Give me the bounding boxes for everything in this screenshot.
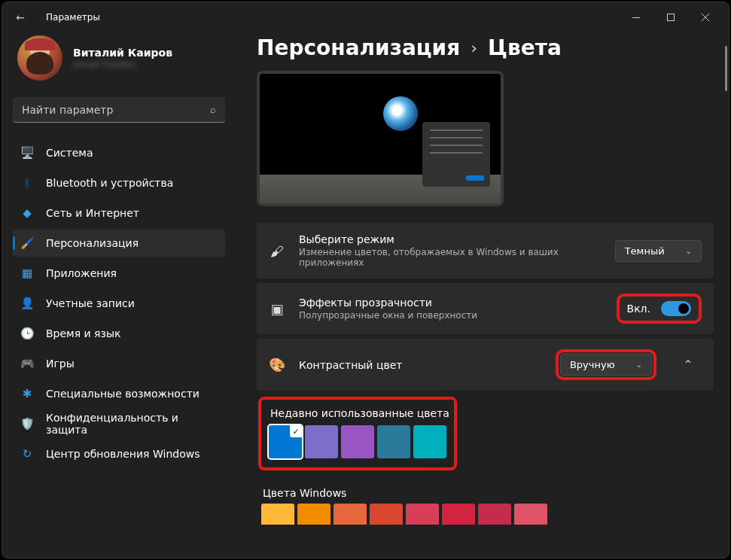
window-title: Параметры — [46, 12, 100, 23]
page-title: Цвета — [488, 35, 562, 60]
nav-icon: ◆ — [20, 206, 34, 220]
windows-colors-label: Цвета Windows — [263, 487, 714, 499]
nav-icon: 👤 — [20, 297, 34, 310]
windows-color-swatch[interactable] — [406, 504, 439, 525]
svg-rect-0 — [632, 17, 640, 18]
transparency-toggle-highlight: Вкл. — [617, 294, 702, 324]
transparency-toggle[interactable] — [661, 301, 691, 316]
nav-icon: ✱ — [20, 387, 34, 400]
avatar — [17, 35, 62, 81]
windows-color-swatch[interactable] — [334, 504, 367, 525]
scrollbar[interactable] — [725, 46, 727, 91]
recent-colors-highlight: Недавно использованные цвета — [258, 397, 457, 470]
close-button[interactable] — [688, 5, 723, 29]
accent-dropdown[interactable]: Вручную ⌄ — [560, 354, 652, 376]
minimize-button[interactable] — [619, 5, 653, 29]
nav-item-7[interactable]: 🎮Игры — [13, 350, 225, 377]
choose-mode-row[interactable]: 🖌 Выберите режим Изменение цветов, отобр… — [257, 223, 714, 278]
nav-item-6[interactable]: 🕒Время и язык — [13, 320, 225, 347]
maximize-button[interactable] — [653, 5, 688, 29]
accent-dropdown-highlight: Вручную ⌄ — [556, 349, 656, 380]
theme-preview — [257, 71, 504, 206]
nav-label: Время и язык — [46, 327, 120, 339]
chevron-down-icon: ⌄ — [686, 247, 692, 255]
recent-color-swatch[interactable] — [341, 425, 374, 458]
recent-colors-label: Недавно использованные цвета — [270, 407, 449, 419]
nav-item-10[interactable]: ↻Центр обновления Windows — [13, 440, 225, 467]
windows-color-swatch[interactable] — [297, 504, 330, 525]
svg-rect-1 — [668, 14, 675, 21]
nav-icon: ▦ — [20, 266, 34, 280]
nav-label: Приложения — [46, 267, 117, 279]
nav-icon: 🕒 — [20, 327, 34, 340]
mode-dropdown[interactable]: Темный ⌄ — [615, 240, 702, 262]
search-icon: ⌕ — [210, 104, 216, 115]
search-input[interactable] — [13, 97, 225, 123]
palette-icon: 🎨 — [269, 357, 285, 373]
nav-icon: 🖌️ — [20, 236, 34, 250]
chevron-up-icon: ⌃ — [683, 358, 693, 372]
nav-item-4[interactable]: ▦Приложения — [13, 260, 225, 287]
user-email: email hidden — [73, 59, 172, 70]
back-button[interactable]: ← — [8, 5, 32, 29]
nav-item-8[interactable]: ✱Специальные возможности — [13, 380, 225, 407]
windows-color-swatch[interactable] — [442, 504, 475, 525]
nav-item-0[interactable]: 🖥️Система — [13, 139, 225, 166]
windows-color-swatch[interactable] — [370, 504, 403, 525]
breadcrumb-parent[interactable]: Персонализация — [257, 35, 460, 60]
recent-color-swatch[interactable] — [377, 425, 410, 458]
search-box[interactable]: ⌕ — [13, 97, 225, 123]
recent-color-swatch[interactable] — [305, 425, 338, 458]
chevron-down-icon: ⌄ — [636, 361, 642, 369]
nav-icon: ↻ — [20, 447, 34, 461]
toggle-state-label: Вкл. — [627, 303, 650, 315]
nav-label: Центр обновления Windows — [46, 448, 200, 460]
nav-icon: 🎮 — [20, 357, 34, 370]
windows-color-swatch[interactable] — [261, 504, 294, 525]
nav-label: Bluetooth и устройства — [46, 177, 173, 189]
nav-item-9[interactable]: 🛡️Конфиденциальность и защита — [13, 410, 225, 437]
brush-icon: 🖌 — [269, 243, 285, 259]
collapse-button[interactable]: ⌃ — [675, 352, 702, 379]
nav-label: Конфиденциальность и защита — [46, 412, 218, 436]
nav-label: Учетные записи — [46, 297, 135, 309]
nav-item-5[interactable]: 👤Учетные записи — [13, 290, 225, 317]
breadcrumb: Персонализация › Цвета — [257, 35, 714, 60]
nav-item-2[interactable]: ◆Сеть и Интернет — [13, 199, 225, 227]
nav-label: Система — [46, 147, 93, 159]
nav-icon: ᛒ — [20, 176, 34, 190]
accent-color-row[interactable]: 🎨 Контрастный цвет Вручную ⌄ ⌃ — [257, 339, 714, 391]
recent-color-swatch[interactable] — [269, 425, 302, 458]
user-name: Виталий Каиров — [73, 47, 172, 59]
chevron-right-icon: › — [471, 38, 477, 57]
user-account[interactable]: Виталий Каиров email hidden — [13, 35, 225, 81]
nav-item-1[interactable]: ᛒBluetooth и устройства — [13, 169, 225, 196]
nav-item-3[interactable]: 🖌️Персонализация — [13, 230, 225, 257]
nav-label: Сеть и Интернет — [46, 207, 139, 219]
transparency-icon: ▣ — [269, 301, 285, 317]
nav-icon: 🖥️ — [20, 146, 34, 160]
nav-label: Игры — [46, 358, 75, 370]
recent-color-swatch[interactable] — [413, 425, 446, 458]
windows-color-swatch[interactable] — [478, 504, 511, 525]
nav-label: Персонализация — [46, 237, 139, 249]
nav-label: Специальные возможности — [46, 388, 200, 400]
transparency-row[interactable]: ▣ Эффекты прозрачности Полупрозрачные ок… — [257, 283, 714, 334]
nav-icon: 🛡️ — [20, 417, 34, 431]
windows-color-swatch[interactable] — [514, 504, 547, 525]
